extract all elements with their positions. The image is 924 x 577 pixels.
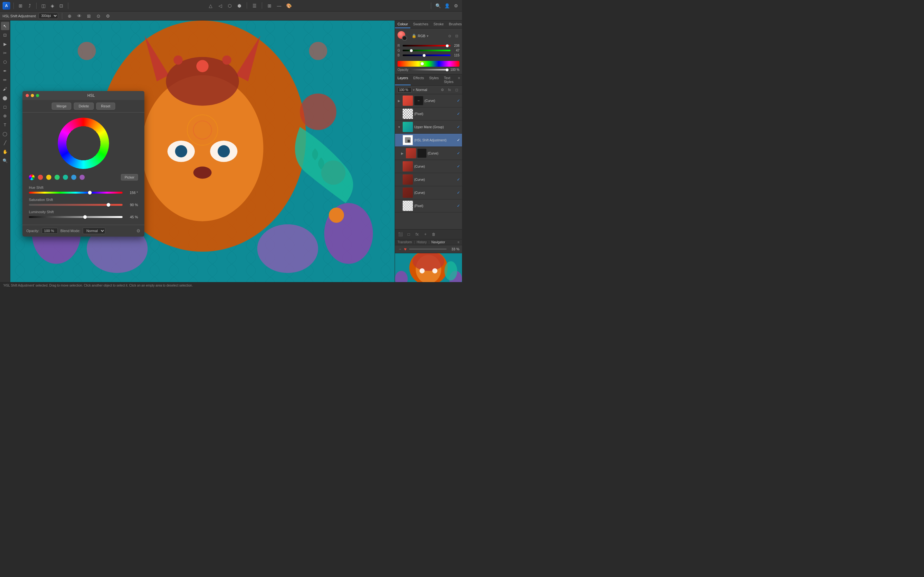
align-center-icon[interactable]: ◁ — [216, 2, 224, 9]
styles-tab[interactable]: Styles — [426, 74, 441, 85]
eraser-tool[interactable]: ◻ — [1, 103, 9, 111]
layer-check-icon[interactable]: ✓ — [457, 98, 460, 103]
layers-opacity-field[interactable] — [397, 87, 412, 93]
search-icon[interactable]: 🔍 — [435, 2, 441, 9]
transform-icon[interactable]: ⊡ — [58, 2, 65, 9]
flip-h-icon[interactable]: ⬡ — [226, 2, 233, 9]
layer-check-icon[interactable]: ✓ — [457, 151, 460, 155]
dpi-select[interactable]: 300dpi — [39, 13, 58, 19]
settings-icon[interactable]: ⚙ — [452, 2, 459, 9]
layers-collapse-icon[interactable]: ⬛ — [397, 231, 404, 238]
layer-visibility-icon[interactable] — [397, 164, 401, 169]
colour-mode-arrow[interactable]: ▾ — [427, 34, 429, 38]
nav-heart-icon[interactable]: ♥ — [404, 247, 407, 251]
zoom-slider[interactable] — [409, 248, 447, 250]
move-mode-icon[interactable]: ⊕ — [66, 13, 73, 19]
grid-icon[interactable]: ⊞ — [17, 2, 24, 9]
layer-check-icon[interactable]: ✓ — [457, 125, 460, 129]
navigator-tab[interactable]: Navigator — [431, 240, 445, 244]
opacity-slider[interactable] — [410, 69, 449, 71]
layer-check-icon[interactable]: ✓ — [457, 190, 460, 195]
text-tool[interactable]: T — [1, 121, 9, 129]
g-slider[interactable] — [403, 50, 451, 51]
luminosity-shift-thumb[interactable] — [83, 215, 87, 219]
flip-v-icon[interactable]: ⬢ — [236, 2, 243, 9]
align-left-icon[interactable]: △ — [207, 2, 214, 9]
merge-button[interactable]: Merge — [52, 103, 71, 110]
layers-opacity-arrow[interactable]: ▾ — [413, 88, 415, 92]
view-icon[interactable]: ◫ — [40, 2, 47, 9]
minus-icon[interactable]: — — [276, 2, 283, 9]
share-icon[interactable]: ⤴ — [26, 2, 33, 9]
layer-visibility-icon[interactable] — [397, 177, 401, 182]
zoom-out-button[interactable]: − — [397, 247, 403, 251]
layers-panel-more[interactable]: ≡ — [456, 74, 462, 85]
shape-tool[interactable]: ◯ — [1, 129, 9, 138]
colour-options-icon[interactable]: ⊡ — [454, 33, 459, 39]
brush-tool[interactable]: 🖌 — [1, 85, 9, 93]
color-wheel[interactable] — [58, 118, 109, 169]
luminosity-shift-slider[interactable] — [29, 216, 123, 218]
fill-tool[interactable]: ⬡ — [1, 58, 9, 66]
hue-shift-slider[interactable] — [29, 192, 123, 193]
play-tool[interactable]: ▶ — [1, 40, 9, 48]
layer-check-icon[interactable]: ✓ — [457, 203, 460, 208]
brushes-tab[interactable]: Brushes — [446, 21, 462, 28]
align-icon[interactable]: ☰ — [251, 2, 258, 9]
node-tool[interactable]: ⊡ — [1, 31, 9, 39]
line-tool[interactable]: ╱ — [1, 139, 9, 147]
blend-mode-select[interactable]: Normal — [83, 227, 105, 234]
history-tab[interactable]: History — [417, 240, 427, 244]
crop-tool[interactable]: ✂ — [1, 49, 9, 57]
layer-visibility-icon[interactable] — [397, 203, 401, 208]
opacity-thumb[interactable] — [446, 68, 449, 71]
pencil-tool[interactable]: ✏ — [1, 76, 9, 84]
layers-fx2-icon[interactable]: fx — [414, 231, 421, 238]
layer-item[interactable]: (Curve) ✓ — [395, 160, 462, 173]
select-tool[interactable]: ↖ — [1, 22, 9, 30]
b-slider[interactable] — [403, 55, 451, 56]
layer-visibility-icon[interactable] — [397, 138, 401, 142]
text-styles-tab[interactable]: Text Styles — [441, 74, 456, 85]
all-colors-dot[interactable] — [29, 174, 35, 180]
layer-item[interactable]: (Pixel) ✓ — [395, 199, 462, 213]
pen-tool[interactable]: ✒ — [1, 67, 9, 75]
red-dot[interactable] — [38, 175, 43, 180]
grid3-icon[interactable]: ⊞ — [86, 13, 92, 19]
hand-tool[interactable]: ✋ — [1, 147, 9, 156]
picker-button[interactable]: Picker — [121, 174, 138, 181]
brush-icon[interactable]: 🎨 — [285, 2, 292, 9]
layers-fx-icon[interactable]: fx — [447, 87, 452, 93]
reset-button[interactable]: Reset — [96, 103, 115, 110]
preview-icon[interactable]: 👁 — [76, 13, 83, 19]
cyan-dot[interactable] — [63, 175, 68, 180]
yellow-dot[interactable] — [46, 175, 51, 180]
layer-check-icon[interactable]: ✓ — [457, 138, 460, 142]
layers-mask-icon[interactable]: ◻ — [454, 87, 459, 93]
layer-item[interactable]: (Curve) ✓ — [395, 173, 462, 186]
magenta-dot[interactable] — [79, 175, 85, 180]
minimize-button[interactable] — [31, 94, 34, 97]
layer-check-icon[interactable]: ✓ — [457, 164, 460, 169]
opacity-input[interactable] — [42, 228, 58, 234]
hue-shift-thumb[interactable] — [88, 191, 92, 195]
layers-delete-icon[interactable]: 🗑 — [430, 231, 437, 238]
layer-item[interactable]: (Pixel) ✓ — [395, 107, 462, 121]
layer-item-active[interactable]: (HSL Shift Adjustment) ✓ — [395, 134, 462, 147]
r-thumb[interactable] — [446, 44, 449, 47]
layers-tab[interactable]: Layers — [395, 74, 411, 85]
layer-visibility-icon[interactable]: ▶ — [397, 98, 401, 103]
profile-icon[interactable]: 👤 — [443, 2, 451, 9]
gear-icon[interactable]: ⚙ — [136, 228, 141, 234]
colour-swatch[interactable] — [397, 31, 407, 41]
maximize-button[interactable] — [36, 94, 39, 97]
layers-settings-icon[interactable]: ⚙ — [439, 87, 445, 93]
transform-tab[interactable]: Transform — [397, 240, 412, 244]
g-thumb[interactable] — [410, 49, 413, 52]
close-button[interactable] — [26, 94, 29, 97]
layer-check-icon[interactable]: ✓ — [457, 177, 460, 182]
colour-gradient-thumb[interactable] — [421, 62, 424, 65]
layers-add-icon[interactable]: + — [422, 231, 429, 238]
layers-group-icon[interactable]: □ — [405, 231, 412, 238]
stroke-tab[interactable]: Stroke — [431, 21, 446, 28]
